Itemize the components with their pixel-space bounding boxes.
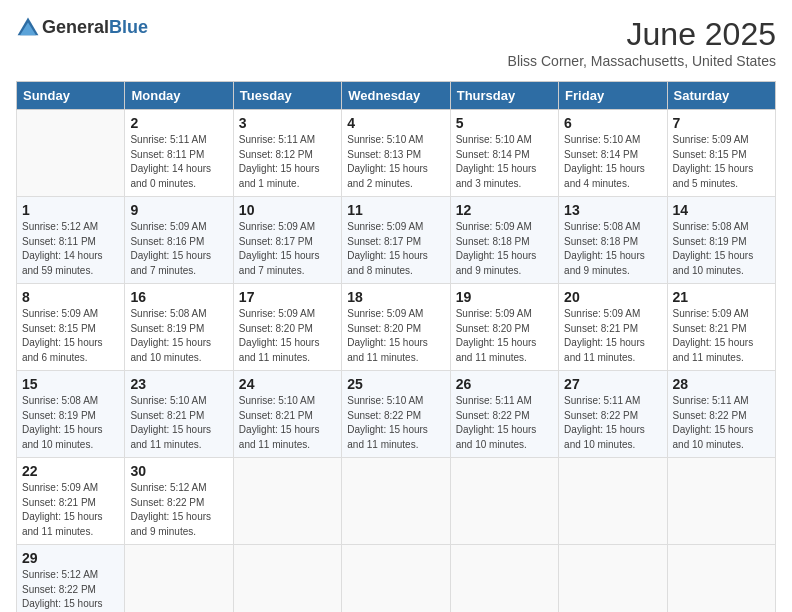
calendar-cell: 7Sunrise: 5:09 AMSunset: 8:15 PMDaylight… <box>667 110 775 197</box>
calendar-week-3: 8Sunrise: 5:09 AMSunset: 8:15 PMDaylight… <box>17 284 776 371</box>
day-number: 16 <box>130 289 227 305</box>
day-detail: Sunrise: 5:11 AMSunset: 8:22 PMDaylight:… <box>564 394 661 452</box>
calendar-cell: 5Sunrise: 5:10 AMSunset: 8:14 PMDaylight… <box>450 110 558 197</box>
day-detail: Sunrise: 5:10 AMSunset: 8:21 PMDaylight:… <box>239 394 336 452</box>
calendar-cell: 18Sunrise: 5:09 AMSunset: 8:20 PMDayligh… <box>342 284 450 371</box>
day-number: 25 <box>347 376 444 392</box>
calendar-cell: 8Sunrise: 5:09 AMSunset: 8:15 PMDaylight… <box>17 284 125 371</box>
day-number: 3 <box>239 115 336 131</box>
day-detail: Sunrise: 5:09 AMSunset: 8:21 PMDaylight:… <box>22 481 119 539</box>
day-number: 13 <box>564 202 661 218</box>
day-detail: Sunrise: 5:09 AMSunset: 8:20 PMDaylight:… <box>456 307 553 365</box>
calendar-cell <box>233 545 341 613</box>
day-detail: Sunrise: 5:12 AMSunset: 8:22 PMDaylight:… <box>130 481 227 539</box>
day-number: 15 <box>22 376 119 392</box>
day-detail: Sunrise: 5:12 AMSunset: 8:22 PMDaylight:… <box>22 568 119 612</box>
day-of-week-thursday: Thursday <box>450 82 558 110</box>
calendar-cell: 26Sunrise: 5:11 AMSunset: 8:22 PMDayligh… <box>450 371 558 458</box>
day-detail: Sunrise: 5:08 AMSunset: 8:19 PMDaylight:… <box>130 307 227 365</box>
calendar-cell <box>342 458 450 545</box>
calendar-cell: 6Sunrise: 5:10 AMSunset: 8:14 PMDaylight… <box>559 110 667 197</box>
calendar-cell: 17Sunrise: 5:09 AMSunset: 8:20 PMDayligh… <box>233 284 341 371</box>
day-detail: Sunrise: 5:11 AMSunset: 8:22 PMDaylight:… <box>456 394 553 452</box>
day-number: 30 <box>130 463 227 479</box>
day-number: 9 <box>130 202 227 218</box>
logo: GeneralBlue <box>16 16 148 40</box>
logo-text-blue: Blue <box>109 17 148 37</box>
day-number: 27 <box>564 376 661 392</box>
day-detail: Sunrise: 5:10 AMSunset: 8:21 PMDaylight:… <box>130 394 227 452</box>
calendar-cell: 29Sunrise: 5:12 AMSunset: 8:22 PMDayligh… <box>17 545 125 613</box>
day-detail: Sunrise: 5:10 AMSunset: 8:13 PMDaylight:… <box>347 133 444 191</box>
day-of-week-saturday: Saturday <box>667 82 775 110</box>
day-of-week-tuesday: Tuesday <box>233 82 341 110</box>
day-number: 14 <box>673 202 770 218</box>
day-number: 12 <box>456 202 553 218</box>
calendar-header: SundayMondayTuesdayWednesdayThursdayFrid… <box>17 82 776 110</box>
calendar-cell: 16Sunrise: 5:08 AMSunset: 8:19 PMDayligh… <box>125 284 233 371</box>
day-number: 5 <box>456 115 553 131</box>
day-number: 2 <box>130 115 227 131</box>
calendar-cell: 25Sunrise: 5:10 AMSunset: 8:22 PMDayligh… <box>342 371 450 458</box>
day-number: 19 <box>456 289 553 305</box>
calendar-week-6: 29Sunrise: 5:12 AMSunset: 8:22 PMDayligh… <box>17 545 776 613</box>
day-detail: Sunrise: 5:09 AMSunset: 8:21 PMDaylight:… <box>564 307 661 365</box>
calendar-cell: 1Sunrise: 5:12 AMSunset: 8:11 PMDaylight… <box>17 197 125 284</box>
calendar-cell: 15Sunrise: 5:08 AMSunset: 8:19 PMDayligh… <box>17 371 125 458</box>
day-detail: Sunrise: 5:10 AMSunset: 8:14 PMDaylight:… <box>456 133 553 191</box>
calendar-cell: 12Sunrise: 5:09 AMSunset: 8:18 PMDayligh… <box>450 197 558 284</box>
day-of-week-sunday: Sunday <box>17 82 125 110</box>
day-number: 8 <box>22 289 119 305</box>
day-detail: Sunrise: 5:12 AMSunset: 8:11 PMDaylight:… <box>22 220 119 278</box>
calendar-cell: 13Sunrise: 5:08 AMSunset: 8:18 PMDayligh… <box>559 197 667 284</box>
calendar-cell <box>559 545 667 613</box>
day-number: 1 <box>22 202 119 218</box>
calendar-week-4: 15Sunrise: 5:08 AMSunset: 8:19 PMDayligh… <box>17 371 776 458</box>
day-detail: Sunrise: 5:08 AMSunset: 8:18 PMDaylight:… <box>564 220 661 278</box>
day-number: 29 <box>22 550 119 566</box>
calendar-cell: 23Sunrise: 5:10 AMSunset: 8:21 PMDayligh… <box>125 371 233 458</box>
calendar-cell <box>125 545 233 613</box>
day-detail: Sunrise: 5:09 AMSunset: 8:21 PMDaylight:… <box>673 307 770 365</box>
calendar-cell <box>450 545 558 613</box>
day-number: 11 <box>347 202 444 218</box>
calendar-cell: 21Sunrise: 5:09 AMSunset: 8:21 PMDayligh… <box>667 284 775 371</box>
day-number: 6 <box>564 115 661 131</box>
day-number: 4 <box>347 115 444 131</box>
calendar-cell <box>342 545 450 613</box>
day-number: 24 <box>239 376 336 392</box>
day-detail: Sunrise: 5:09 AMSunset: 8:16 PMDaylight:… <box>130 220 227 278</box>
day-of-week-wednesday: Wednesday <box>342 82 450 110</box>
calendar-cell <box>450 458 558 545</box>
title-area: June 2025 Bliss Corner, Massachusetts, U… <box>508 16 776 69</box>
calendar-cell: 27Sunrise: 5:11 AMSunset: 8:22 PMDayligh… <box>559 371 667 458</box>
day-number: 23 <box>130 376 227 392</box>
day-detail: Sunrise: 5:09 AMSunset: 8:17 PMDaylight:… <box>347 220 444 278</box>
calendar-cell <box>17 110 125 197</box>
calendar-table: SundayMondayTuesdayWednesdayThursdayFrid… <box>16 81 776 612</box>
day-detail: Sunrise: 5:11 AMSunset: 8:11 PMDaylight:… <box>130 133 227 191</box>
day-of-week-monday: Monday <box>125 82 233 110</box>
day-detail: Sunrise: 5:11 AMSunset: 8:22 PMDaylight:… <box>673 394 770 452</box>
calendar-cell <box>667 458 775 545</box>
calendar-cell: 28Sunrise: 5:11 AMSunset: 8:22 PMDayligh… <box>667 371 775 458</box>
calendar-cell: 22Sunrise: 5:09 AMSunset: 8:21 PMDayligh… <box>17 458 125 545</box>
calendar-cell: 10Sunrise: 5:09 AMSunset: 8:17 PMDayligh… <box>233 197 341 284</box>
calendar-week-1: 2Sunrise: 5:11 AMSunset: 8:11 PMDaylight… <box>17 110 776 197</box>
month-title: June 2025 <box>508 16 776 53</box>
calendar-cell <box>667 545 775 613</box>
calendar-cell <box>559 458 667 545</box>
day-number: 22 <box>22 463 119 479</box>
day-detail: Sunrise: 5:11 AMSunset: 8:12 PMDaylight:… <box>239 133 336 191</box>
day-detail: Sunrise: 5:09 AMSunset: 8:15 PMDaylight:… <box>673 133 770 191</box>
calendar-cell: 2Sunrise: 5:11 AMSunset: 8:11 PMDaylight… <box>125 110 233 197</box>
day-number: 18 <box>347 289 444 305</box>
day-detail: Sunrise: 5:09 AMSunset: 8:20 PMDaylight:… <box>239 307 336 365</box>
day-number: 21 <box>673 289 770 305</box>
location-title: Bliss Corner, Massachusetts, United Stat… <box>508 53 776 69</box>
day-detail: Sunrise: 5:10 AMSunset: 8:22 PMDaylight:… <box>347 394 444 452</box>
days-of-week-row: SundayMondayTuesdayWednesdayThursdayFrid… <box>17 82 776 110</box>
calendar-cell: 9Sunrise: 5:09 AMSunset: 8:16 PMDaylight… <box>125 197 233 284</box>
day-detail: Sunrise: 5:09 AMSunset: 8:20 PMDaylight:… <box>347 307 444 365</box>
calendar-cell: 4Sunrise: 5:10 AMSunset: 8:13 PMDaylight… <box>342 110 450 197</box>
